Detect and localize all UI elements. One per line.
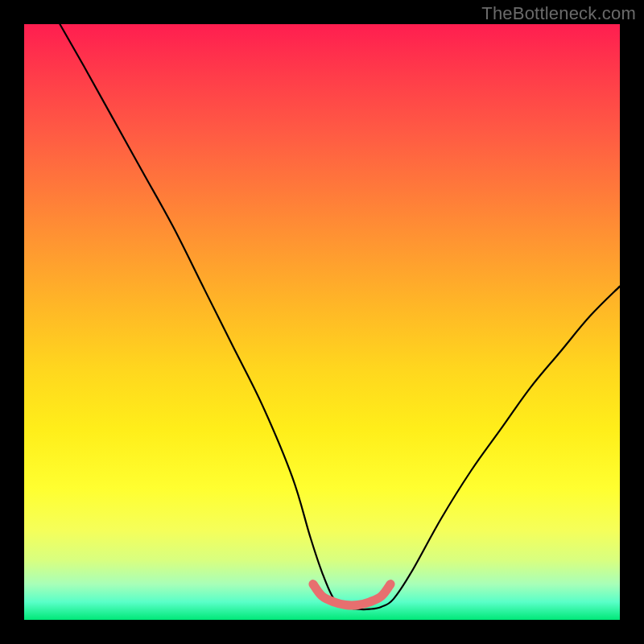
watermark-text: TheBottleneck.com	[481, 3, 636, 24]
chart-frame: TheBottleneck.com	[0, 0, 644, 644]
optimal-zone-marker	[313, 584, 390, 605]
bottleneck-curve	[60, 24, 620, 609]
chart-svg	[24, 24, 620, 620]
chart-plot-area	[24, 24, 620, 620]
